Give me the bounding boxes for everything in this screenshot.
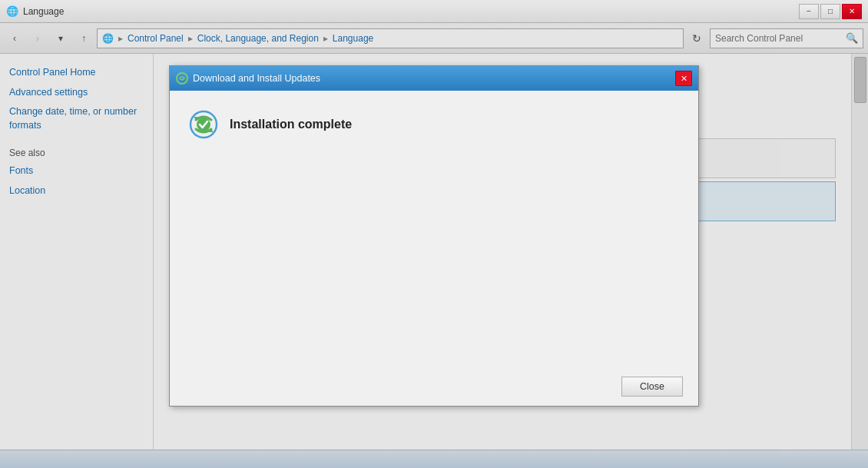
svg-point-0 <box>177 73 187 84</box>
window-icon: 🌐 <box>6 5 18 18</box>
installation-complete-text: Installation complete <box>230 118 352 131</box>
download-install-dialog: Download and Install Updates ✕ <box>169 65 699 407</box>
svg-point-4 <box>197 118 210 131</box>
minimize-button[interactable]: − <box>799 4 819 19</box>
dialog-body: Installation complete <box>170 91 698 367</box>
title-bar: 🌐 Language − □ ✕ <box>0 0 868 23</box>
dialog-title-text: Download and Install Updates <box>193 73 320 84</box>
dialog-close-x-button[interactable]: ✕ <box>675 71 692 86</box>
close-button[interactable]: Close <box>621 377 683 397</box>
dialog-update-icon <box>176 72 188 85</box>
title-bar-left: 🌐 Language <box>6 5 64 18</box>
dialog-content-area <box>188 155 680 352</box>
restore-button[interactable]: □ <box>820 4 840 19</box>
installation-complete-icon <box>188 109 219 140</box>
window-title: Language <box>23 6 64 17</box>
close-button[interactable]: ✕ <box>842 4 862 19</box>
dialog-status-row: Installation complete <box>188 109 680 140</box>
dialog-status-icon <box>188 109 219 140</box>
dialog-footer: Close <box>170 367 698 406</box>
modal-overlay: Download and Install Updates ✕ <box>0 23 868 468</box>
title-bar-controls: − □ ✕ <box>799 4 862 19</box>
dialog-title-bar: Download and Install Updates ✕ <box>170 66 698 91</box>
dialog-title-left: Download and Install Updates <box>176 72 320 85</box>
